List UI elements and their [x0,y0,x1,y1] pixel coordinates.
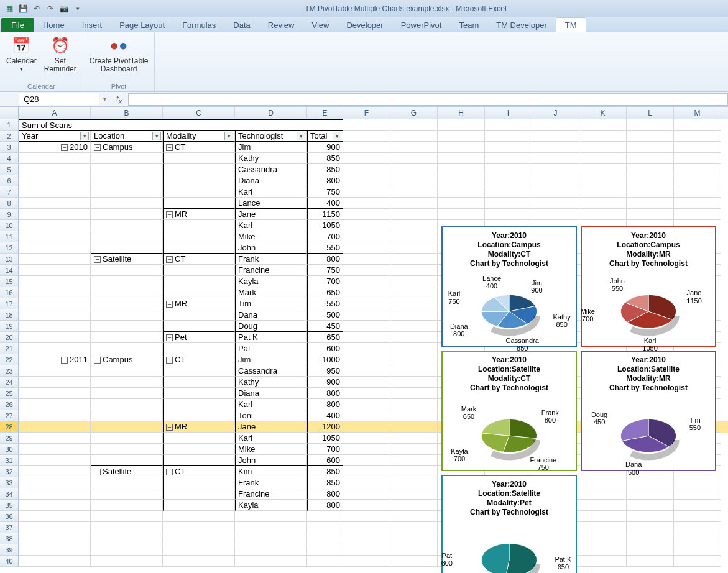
technologist-cell[interactable]: Karl [235,433,307,444]
column-header-l[interactable]: L [627,107,674,119]
total-cell[interactable]: 1000 [307,354,343,365]
row-header[interactable]: 16 [0,287,19,298]
row-header[interactable]: 21 [0,343,19,354]
technologist-cell[interactable]: Toni [235,410,307,421]
column-header-f[interactable]: F [343,107,390,119]
technologist-cell[interactable]: Jim [235,142,307,153]
technologist-cell[interactable]: Doug [235,321,307,332]
total-cell[interactable]: 800 [307,488,343,500]
technologist-cell[interactable]: Tim [235,298,307,309]
filter-dropdown-icon[interactable]: ▾ [152,132,161,140]
row-header[interactable]: 18 [0,309,19,321]
pivot-field-year[interactable]: Year▾ [19,131,91,142]
formula-input[interactable] [128,93,728,106]
row-header[interactable]: 38 [0,533,19,544]
row-header[interactable]: 4 [0,153,19,164]
filter-dropdown-icon[interactable]: ▾ [224,132,233,140]
tab-tm[interactable]: TM [556,17,586,32]
technologist-cell[interactable]: Dana [235,309,307,321]
technologist-cell[interactable]: Cassandra [235,365,307,377]
total-cell[interactable]: 800 [307,500,343,511]
technologist-cell[interactable]: Frank [235,254,307,265]
pivot-chart[interactable]: Year:2010Location:SatelliteModality:PetC… [441,475,577,573]
filter-dropdown-icon[interactable]: ▾ [333,132,341,140]
total-cell[interactable]: 800 [307,399,343,410]
row-header[interactable]: 10 [0,220,19,231]
row-header[interactable]: 26 [0,399,19,410]
total-cell[interactable]: 850 [307,477,343,488]
total-cell[interactable]: 900 [307,142,343,153]
spreadsheet-grid[interactable]: ABCDEFGHIJKLM 1Sum of Scans2Year▾Locatio… [0,107,728,573]
technologist-cell[interactable]: Jane [235,209,307,220]
collapse-icon[interactable]: − [61,357,68,364]
fx-icon[interactable]: fx [110,94,128,105]
row-header[interactable]: 11 [0,231,19,242]
row-header[interactable]: 12 [0,242,19,254]
row-header[interactable]: 19 [0,321,19,332]
technologist-cell[interactable]: Francine [235,488,307,500]
set-reminder-button[interactable]: ⏰ Set Reminder [44,35,76,73]
row-header[interactable]: 23 [0,365,19,377]
row-header[interactable]: 40 [0,556,19,567]
total-cell[interactable]: 550 [307,298,343,309]
tab-home[interactable]: Home [34,18,73,32]
collapse-icon[interactable]: − [166,334,173,341]
total-cell[interactable]: 800 [307,175,343,186]
technologist-cell[interactable]: Karl [235,186,307,198]
row-header[interactable]: 13 [0,254,19,265]
total-cell[interactable]: 650 [307,332,343,343]
technologist-cell[interactable]: John [235,455,307,466]
collapse-icon[interactable]: − [166,469,173,475]
row-header[interactable]: 34 [0,488,19,500]
tab-formulas[interactable]: Formulas [173,18,224,32]
technologist-cell[interactable]: Lance [235,198,307,209]
technologist-cell[interactable]: Diana [235,175,307,186]
total-cell[interactable]: 700 [307,276,343,287]
redo-icon[interactable]: ↷ [45,3,56,14]
technologist-cell[interactable]: Jane [235,421,307,433]
row-header[interactable]: 29 [0,433,19,444]
column-header-h[interactable]: H [438,107,485,119]
row-header[interactable]: 14 [0,265,19,276]
tab-insert[interactable]: Insert [73,18,111,32]
pivot-title[interactable]: Sum of Scans [19,119,343,131]
collapse-icon[interactable]: − [166,144,173,151]
row-header[interactable]: 39 [0,544,19,556]
total-cell[interactable]: 1150 [307,209,343,220]
technologist-cell[interactable]: Kim [235,466,307,477]
technologist-cell[interactable]: Pat [235,343,307,354]
column-header-g[interactable]: G [390,107,438,119]
tab-data[interactable]: Data [224,18,259,32]
tab-review[interactable]: Review [259,18,303,32]
technologist-cell[interactable]: Cassandra [235,164,307,175]
row-header[interactable]: 5 [0,164,19,175]
collapse-icon[interactable]: − [166,256,173,263]
tab-developer[interactable]: Developer [338,18,392,32]
row-header[interactable]: 35 [0,500,19,511]
tab-powerpivot[interactable]: PowerPivot [392,18,451,32]
technologist-cell[interactable]: Pat K [235,332,307,343]
row-header[interactable]: 28 [0,421,19,433]
total-cell[interactable]: 500 [307,309,343,321]
filter-dropdown-icon[interactable]: ▾ [297,132,305,140]
pivot-field-total[interactable]: Total▾ [307,131,343,142]
total-cell[interactable]: 1050 [307,433,343,444]
create-pivot-dashboard-button[interactable]: ●● Create PivotTable Dashboard [90,35,149,73]
technologist-cell[interactable]: Kayla [235,276,307,287]
column-header-a[interactable]: A [19,107,91,119]
row-header[interactable]: 3 [0,142,19,153]
total-cell[interactable]: 950 [307,365,343,377]
row-header[interactable]: 25 [0,388,19,399]
total-cell[interactable]: 450 [307,321,343,332]
column-header-d[interactable]: D [235,107,307,119]
collapse-icon[interactable]: − [166,424,173,431]
column-header-e[interactable]: E [307,107,343,119]
row-header[interactable]: 33 [0,477,19,488]
total-cell[interactable]: 550 [307,242,343,254]
collapse-icon[interactable]: − [61,144,68,151]
row-header[interactable]: 36 [0,511,19,522]
total-cell[interactable]: 650 [307,287,343,298]
technologist-cell[interactable]: Karl [235,220,307,231]
column-header-j[interactable]: J [532,107,579,119]
technologist-cell[interactable]: Jim [235,354,307,365]
